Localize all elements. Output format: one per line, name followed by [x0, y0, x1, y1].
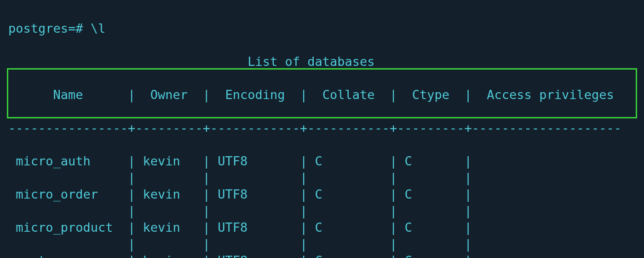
table-body: micro_auth | kevin | UTF8 | C | C | | | …: [8, 153, 636, 258]
table-header: Name | Owner | Encoding | Collate | Ctyp…: [8, 87, 636, 103]
table-row: micro_order | kevin | UTF8 | C | C |: [8, 186, 636, 203]
table-separator: ----------------+---------+------------+…: [8, 120, 636, 136]
table-row: postgres | kevin | UTF8 | C | C |: [8, 252, 636, 258]
terminal-output: postgres=# \l List of databases Name | O…: [0, 0, 644, 258]
table-title: List of databases: [8, 53, 636, 70]
table-row: | | | | |: [8, 236, 636, 252]
table-row: micro_auth | kevin | UTF8 | C | C |: [8, 153, 636, 170]
prompt-text: postgres=# \l: [8, 21, 105, 35]
prompt-line: postgres=# \l: [8, 20, 636, 37]
table-row: micro_product | kevin | UTF8 | C | C |: [8, 219, 636, 236]
table-row: | | | | |: [8, 170, 636, 186]
table-row: | | | | |: [8, 203, 636, 219]
